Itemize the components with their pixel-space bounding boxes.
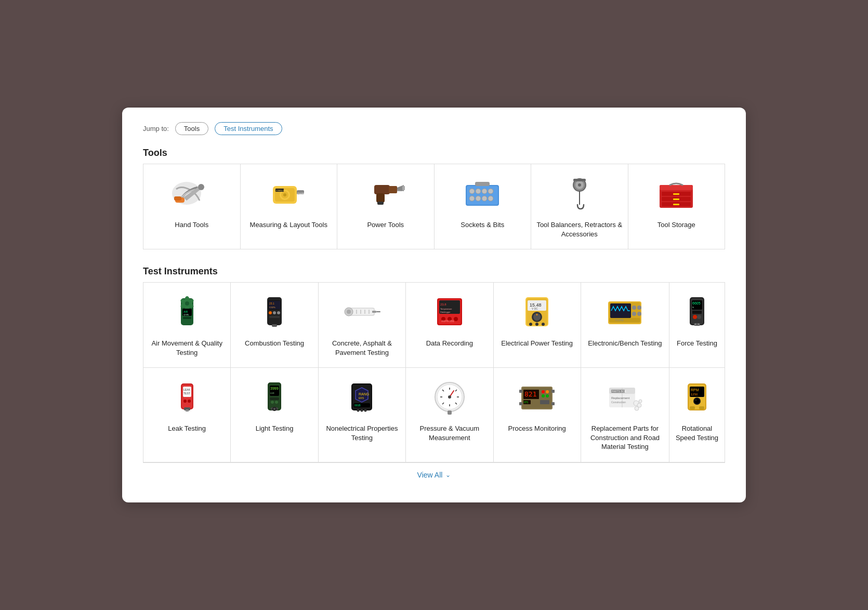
svg-point-100 bbox=[632, 312, 636, 316]
svg-point-25 bbox=[488, 189, 493, 194]
list-item[interactable]: FLUKE Electronic/Bench Testing bbox=[581, 283, 669, 368]
test-instruments-grid: AIR QUAL Air Movement & Quality Testing bbox=[143, 282, 725, 462]
svg-text:V DC: V DC bbox=[532, 307, 538, 310]
jump-to-label: Jump to: bbox=[143, 125, 169, 132]
svg-rect-193 bbox=[690, 406, 695, 409]
svg-rect-169 bbox=[540, 400, 549, 404]
list-item[interactable]: PARTS BOX Replacement Construction Repla… bbox=[581, 368, 669, 462]
svg-point-27 bbox=[476, 196, 481, 201]
list-item[interactable]: 6605 N bbox=[669, 283, 725, 368]
svg-text:001B: 001B bbox=[354, 404, 361, 407]
svg-point-101 bbox=[637, 312, 641, 316]
svg-text:3999: 3999 bbox=[270, 387, 279, 390]
svg-text:23.8: 23.8 bbox=[440, 303, 446, 306]
svg-text:6605: 6605 bbox=[692, 301, 701, 305]
list-item[interactable]: Tool Balancers, Retractors & Accessories bbox=[531, 164, 628, 249]
svg-rect-2 bbox=[174, 196, 181, 201]
power-tools-label: Power Tools bbox=[341, 220, 430, 230]
sockets-bits-image bbox=[459, 173, 506, 214]
svg-rect-19 bbox=[402, 186, 405, 190]
list-item[interactable]: TAPE STANLEY Measuring & Layout Tools bbox=[240, 164, 337, 249]
svg-text:CO2%: CO2% bbox=[269, 306, 275, 309]
list-item[interactable]: Power Tools bbox=[337, 164, 435, 249]
svg-point-144 bbox=[364, 409, 367, 412]
jump-test-instruments-button[interactable]: Test Instruments bbox=[215, 122, 282, 135]
svg-rect-64 bbox=[350, 309, 374, 315]
replacement-parts-image: PARTS BOX Replacement Construction bbox=[601, 376, 648, 418]
list-item[interactable]: 821 071 bbox=[493, 368, 581, 462]
svg-rect-16 bbox=[376, 193, 385, 203]
svg-text:N: N bbox=[692, 306, 694, 309]
list-item[interactable]: Hand Tools bbox=[143, 164, 241, 249]
replacement-parts-label: Replacement Parts for Construction and R… bbox=[585, 424, 665, 452]
list-item[interactable]: Tool Storage bbox=[628, 164, 725, 249]
process-monitoring-label: Process Monitoring bbox=[498, 424, 576, 433]
svg-point-157 bbox=[448, 395, 451, 399]
pressure-vacuum-label: Pressure & Vacuum Measurement bbox=[410, 424, 489, 442]
svg-point-166 bbox=[546, 390, 549, 393]
tool-balancers-label: Tool Balancers, Retractors & Accessories bbox=[535, 220, 624, 238]
svg-text:23.1: 23.1 bbox=[269, 302, 274, 305]
combustion-label: Combustion Testing bbox=[235, 339, 313, 348]
tool-storage-label: Tool Storage bbox=[633, 220, 721, 230]
svg-rect-173 bbox=[551, 402, 555, 405]
test-instruments-title: Test Instruments bbox=[143, 266, 725, 277]
tools-section-title: Tools bbox=[143, 148, 725, 158]
force-testing-label: Force Testing bbox=[674, 339, 720, 348]
list-item[interactable]: AIR QUAL Air Movement & Quality Testing bbox=[143, 283, 231, 368]
svg-point-59 bbox=[273, 311, 276, 314]
list-item[interactable]: Pressure & Vacuum Measurement bbox=[406, 368, 493, 462]
page-container: Jump to: Tools Test Instruments Tools bbox=[122, 108, 746, 502]
svg-text:1250: 1250 bbox=[691, 393, 698, 396]
svg-rect-30 bbox=[475, 182, 490, 186]
view-all-button[interactable]: View All ⌄ bbox=[417, 471, 451, 479]
svg-text:ERS: ERS bbox=[359, 396, 364, 400]
electronic-bench-label: Electronic/Bench Testing bbox=[585, 339, 665, 348]
jump-tools-button[interactable]: Tools bbox=[175, 122, 208, 135]
view-all-row: View All ⌄ bbox=[143, 462, 725, 482]
svg-text:TEST: TEST bbox=[183, 392, 190, 395]
svg-point-29 bbox=[488, 196, 493, 201]
hand-tools-label: Hand Tools bbox=[148, 220, 236, 230]
list-item[interactable]: 23.1 CO2% Combustion Test bbox=[231, 283, 318, 368]
svg-rect-70 bbox=[372, 311, 376, 313]
svg-point-82 bbox=[454, 317, 458, 321]
svg-rect-42 bbox=[673, 198, 679, 200]
rotational-speed-image: RPM 1250 bbox=[674, 376, 720, 418]
list-item[interactable]: Sockets & Bits bbox=[434, 164, 531, 249]
list-item[interactable]: Concrete, Asphalt & Pavement Testing bbox=[318, 283, 405, 368]
light-testing-image: 3999 LUX bbox=[251, 376, 298, 418]
list-item[interactable]: 3999 LUX bbox=[231, 368, 318, 462]
svg-point-26 bbox=[469, 196, 475, 201]
list-item[interactable]: 15.48 V DC bbox=[493, 283, 581, 368]
svg-point-120 bbox=[183, 400, 187, 403]
svg-text:AMPROBE: AMPROBE bbox=[441, 320, 455, 323]
electrical-power-label: Electrical Power Testing bbox=[498, 339, 576, 348]
light-testing-label: Light Testing bbox=[235, 424, 313, 433]
svg-rect-194 bbox=[699, 406, 704, 409]
svg-point-165 bbox=[542, 390, 545, 393]
svg-point-8 bbox=[283, 193, 286, 196]
concrete-asphalt-image bbox=[338, 291, 385, 333]
measuring-layout-image: TAPE STANLEY bbox=[265, 173, 312, 214]
svg-point-111 bbox=[697, 315, 701, 319]
svg-text:QUAL: QUAL bbox=[183, 313, 190, 316]
svg-text:FLUKE: FLUKE bbox=[615, 319, 624, 322]
svg-rect-17 bbox=[377, 202, 384, 205]
svg-rect-14 bbox=[389, 186, 397, 193]
svg-rect-158 bbox=[448, 410, 452, 415]
svg-point-60 bbox=[277, 311, 280, 314]
svg-point-73 bbox=[347, 310, 351, 314]
svg-text:Datalogger: Datalogger bbox=[440, 311, 451, 313]
svg-point-23 bbox=[476, 189, 481, 194]
list-item[interactable]: 23.8 Temperature Datalogger AMPROBE bbox=[406, 283, 493, 368]
data-recording-label: Data Recording bbox=[410, 339, 489, 348]
list-item[interactable]: LEAK TEST Leak Testing bbox=[143, 368, 231, 462]
svg-point-168 bbox=[546, 394, 549, 397]
measuring-layout-label: Measuring & Layout Tools bbox=[245, 220, 333, 230]
list-item[interactable]: RANG ERS 001B Nonelectrica bbox=[318, 368, 405, 462]
list-item[interactable]: RPM 1250 Rotational Speed bbox=[669, 368, 725, 462]
svg-rect-170 bbox=[519, 390, 522, 393]
svg-text:RANG: RANG bbox=[359, 392, 369, 396]
svg-rect-13 bbox=[374, 185, 390, 194]
